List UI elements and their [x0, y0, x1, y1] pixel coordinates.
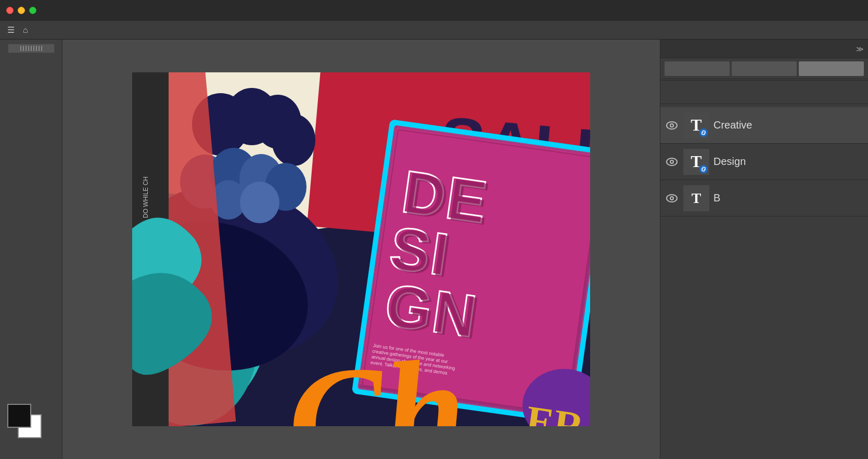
svg-point-47 [699, 165, 708, 173]
svg-point-43 [699, 129, 708, 137]
minimize-button[interactable] [18, 7, 25, 14]
menu-item-4[interactable] [77, 28, 90, 32]
panel-tabs [660, 58, 868, 79]
svg-text:DO WHILE CH: DO WHILE CH [142, 176, 149, 218]
close-button[interactable] [6, 7, 14, 14]
layer-item-creative[interactable]: T Creative [660, 107, 868, 144]
menu-item-1[interactable] [33, 28, 46, 32]
panel-tab-3[interactable] [799, 61, 864, 76]
svg-text:Ch: Ch [281, 327, 473, 426]
color-swatch-container [7, 404, 52, 449]
layer-name-b: B [713, 192, 720, 204]
layer-icon-design: T [683, 149, 709, 175]
layer-item-design[interactable]: T Design [660, 144, 868, 180]
layer-item-b[interactable]: T B [660, 180, 868, 216]
canvas-area: SALE DE SI GN DE SI GN [62, 40, 660, 459]
svg-point-17 [240, 182, 279, 223]
titlebar [0, 0, 868, 21]
visibility-icon-creative[interactable] [665, 118, 679, 133]
visibility-icon-b[interactable] [665, 191, 679, 206]
panel-tab-2[interactable] [732, 61, 797, 76]
hamburger-menu-icon[interactable]: ☰ [4, 23, 18, 37]
maximize-button[interactable] [29, 7, 36, 14]
svg-point-11 [272, 114, 315, 166]
foreground-swatch[interactable] [7, 404, 31, 428]
menu-item-3[interactable] [62, 28, 75, 32]
layer-icon-creative: T [683, 112, 709, 138]
layer-name-creative: Creative [713, 119, 752, 131]
menubar: ☰ ⌂ [0, 21, 868, 40]
home-icon[interactable]: ⌂ [20, 23, 31, 37]
visibility-icon-design[interactable] [665, 155, 679, 169]
panel-header: ≫ [660, 40, 868, 58]
svg-point-50 [671, 197, 673, 199]
panel-divider-1 [660, 80, 868, 81]
canvas-wrapper: SALE DE SI GN DE SI GN [132, 72, 590, 426]
svg-point-42 [671, 124, 673, 126]
panel-expand-icon[interactable]: ≫ [856, 45, 864, 53]
main-layout: SALE DE SI GN DE SI GN [0, 40, 868, 459]
layer-icon-b: T [683, 185, 709, 211]
sync-icon-creative [699, 128, 708, 137]
left-sidebar [0, 40, 62, 459]
panel-tab-1[interactable] [665, 61, 730, 76]
right-panel: ≫ T [660, 40, 868, 459]
menu-item-2[interactable] [48, 28, 60, 32]
ruler [8, 44, 55, 53]
layer-name-design: Design [713, 156, 746, 168]
design-canvas[interactable]: SALE DE SI GN DE SI GN [132, 72, 590, 426]
layers-panel: T Creative [660, 105, 868, 459]
sync-icon-design [699, 164, 708, 174]
panel-divider-2 [660, 104, 868, 104]
menu-item-5[interactable] [92, 28, 104, 32]
svg-point-46 [671, 161, 673, 163]
